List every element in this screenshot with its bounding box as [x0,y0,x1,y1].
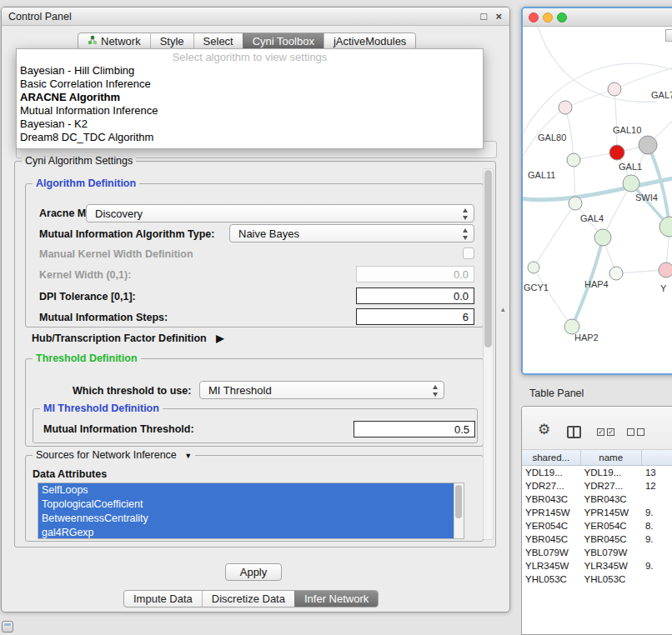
mi-steps-label: Mutual Information Steps: [39,312,168,323]
network-canvas[interactable]: GAL7GAL80GAL10GAL11GAL1SWI4GAL4GCY1HAP4H… [523,27,672,374]
network-node[interactable] [623,175,639,192]
algorithm-option-aracne-algorithm[interactable]: ARACNE Algorithm [18,91,482,104]
columns-icon[interactable] [567,426,581,438]
close-light[interactable] [529,12,539,22]
manual-kernel-width-checkbox[interactable] [463,248,474,259]
collapse-down-icon[interactable]: ▼ [184,452,192,460]
column-header-shared[interactable]: shared... [522,450,581,465]
algorithm-option-bayesian-k2[interactable]: Bayesian - K2 [18,118,482,131]
close-window-icon[interactable]: × [495,10,502,22]
table-row[interactable]: YBR043CYBR043C [522,492,672,506]
scrollbar-thumb[interactable] [455,485,462,518]
column-header-name[interactable]: name [581,450,642,465]
tab-cyni-toolbox[interactable]: Cyni Toolbox [243,33,323,49]
network-node[interactable] [567,153,580,167]
network-scrollbar-button[interactable] [665,29,672,42]
table-cell: YDL19... [522,466,581,479]
mi-algorithm-type-select[interactable]: Naive Bayes [229,224,474,242]
control-panel-titlebar[interactable]: Control Panel □ × [2,8,509,26]
attribute-item-gal4rgexp[interactable]: gal4RGexp [38,526,455,539]
manual-kernel-width-label: Manual Kernel Width Definition [39,248,193,260]
tab-network[interactable]: Network [78,33,150,49]
table-row[interactable]: YER054CYER054C8. [522,519,672,532]
gear-icon[interactable]: ⚙ [538,422,550,437]
column-header-col2[interactable] [642,450,672,465]
mi-steps-value: 6 [463,311,469,323]
table-cell [642,492,672,506]
zoom-light[interactable] [557,12,567,22]
minimize-light[interactable] [543,12,553,22]
node-label: GAL1 [619,162,642,172]
table-cell: 12 [642,479,672,492]
tab-jactivemodules[interactable]: jActiveModules [323,33,415,49]
table-toolbar: ⚙ ✓✓ [522,407,672,450]
panel-splitter-icon[interactable]: ▴ [501,305,505,313]
mi-threshold-field[interactable]: 0.5 [354,421,475,438]
sources-group-title[interactable]: Sources for Network Inference ▼ [33,449,195,462]
kernel-width-field[interactable]: 0.0 [356,266,474,282]
table-cell: 9. [642,532,672,546]
network-node[interactable] [609,145,624,160]
attribute-item-topologicalcoefficient[interactable]: TopologicalCoefficient [38,498,455,512]
dpi-tolerance-value: 0.0 [454,290,469,302]
node-label: GAL10 [613,125,641,135]
network-edge[interactable] [614,60,672,89]
which-threshold-select[interactable]: MI Threshold [199,381,444,399]
table-cell: YBR043C [581,492,642,506]
algorithm-option-basic-correlation-inference[interactable]: Basic Correlation Inference [18,78,482,91]
node-label: Y [660,283,667,293]
tab-select[interactable]: Select [193,33,243,49]
node-label: GAL4 [580,213,604,223]
table-row[interactable]: YBL079WYBL079W [522,546,672,559]
attribute-item-selfloops[interactable]: SelfLoops [38,483,455,498]
table-cell: YLR345W [522,559,581,572]
table-row[interactable]: YLR345WYLR345W9. [522,559,672,572]
network-edge[interactable] [534,268,572,327]
algorithm-option-bayesian-hill-climbing[interactable]: Bayesian - Hill Climbing [18,64,482,78]
table-row[interactable]: YHL053CYHL053C [522,572,672,586]
tab-style[interactable]: Style [150,33,193,49]
table-row[interactable]: YDR27...YDR27...12 [522,479,672,492]
data-attributes-list[interactable]: SelfLoopsTopologicalCoefficientBetweenne… [38,482,464,539]
select-all-columns-icon[interactable]: ✓✓ [597,428,614,436]
unselect-all-columns-icon[interactable] [627,428,644,436]
scrollbar-thumb[interactable] [484,170,492,348]
network-node[interactable] [594,229,611,246]
apply-button[interactable]: Apply [225,563,282,581]
tab-label: jActiveModules [333,35,406,48]
minimized-window-icon[interactable] [2,621,13,632]
attribute-item-betweennesscentrality[interactable]: BetweennessCentrality [38,512,455,526]
network-window-titlebar[interactable] [523,8,672,27]
table-row[interactable]: YPR145WYPR145W9. [522,506,672,519]
network-node[interactable] [569,197,582,210]
network-node[interactable] [528,262,539,273]
hub-transcription-factor-section[interactable]: Hub/Transcription Factor Definition ▶ [32,332,223,344]
tab-infer-network[interactable]: Infer Network [294,591,378,607]
settings-scrollbar[interactable] [483,168,494,540]
tab-discretize-data[interactable]: Discretize Data [202,591,294,607]
dpi-tolerance-field[interactable]: 0.0 [356,288,474,304]
tab-impute-data[interactable]: Impute Data [124,591,202,607]
attributes-list-scrollbar[interactable] [454,483,464,538]
network-edge[interactable] [534,203,575,268]
network-graph[interactable]: GAL7GAL80GAL10GAL11GAL1SWI4GAL4GCY1HAP4H… [523,27,672,374]
network-node[interactable] [609,267,623,280]
algorithm-dropdown-items: Bayesian - Hill ClimbingBasic Correlatio… [18,64,482,144]
network-node[interactable] [659,262,672,278]
network-edge[interactable] [565,108,574,160]
control-panel-window: Control Panel □ × NetworkStyleSelectCyni… [1,7,510,612]
algorithm-option-mutual-information-inference[interactable]: Mutual Information Inference [18,104,482,118]
aracne-mode-select[interactable]: Discovery [86,204,474,222]
float-window-icon[interactable]: □ [480,10,487,22]
network-edge[interactable] [538,27,656,102]
algorithm-option-dream8-dc-tdc-algorithm[interactable]: Dream8 DC_TDC Algorithm [18,131,482,144]
network-node[interactable] [559,101,572,114]
network-node[interactable] [608,82,621,96]
table-row[interactable]: YDL19...YDL19...13 [522,466,672,479]
mi-steps-field[interactable]: 6 [356,308,474,325]
network-node[interactable] [639,136,657,154]
network-edge[interactable] [565,89,614,108]
expand-right-icon[interactable]: ▶ [216,332,223,344]
combo-arrows-icon [462,208,469,220]
table-row[interactable]: YBR045CYBR045C9. [522,532,672,546]
